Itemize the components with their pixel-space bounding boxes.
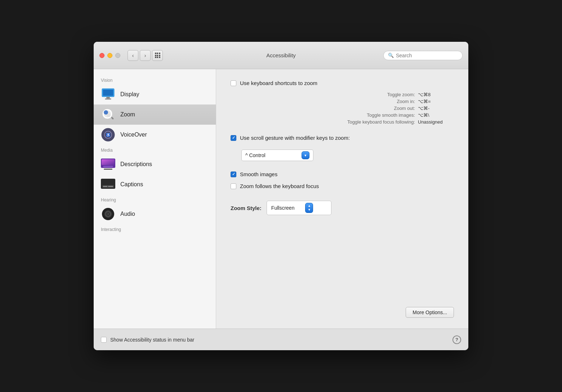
window-title: Accessibility [266, 52, 296, 58]
descriptions-icon [101, 157, 115, 172]
minimize-button[interactable] [107, 53, 112, 58]
zoom-in-label: Zoom in: [397, 99, 415, 104]
detail-panel: Use keyboard shortcuts to zoom Toggle zo… [216, 69, 468, 329]
svg-rect-2 [106, 97, 110, 99]
sidebar: Vision Display [94, 69, 216, 329]
sidebar-item-captions[interactable]: Captions [94, 174, 216, 195]
zoom-out-value: ⌥⌘- [418, 106, 447, 111]
svg-rect-20 [108, 186, 113, 187]
voiceover-svg: ♿ [101, 128, 115, 142]
smooth-images-checkbox[interactable] [231, 172, 236, 177]
zoom-svg [101, 107, 115, 122]
captions-svg [101, 179, 115, 190]
sidebar-item-display[interactable]: Display [94, 84, 216, 104]
scroll-gesture-checkbox[interactable] [231, 135, 236, 141]
forward-button[interactable]: › [140, 50, 151, 61]
titlebar: ‹ › Accessibility 🔍 [94, 42, 468, 69]
close-button[interactable] [99, 53, 104, 58]
keyboard-shortcuts-label: Use keyboard shortcuts to zoom [240, 80, 317, 86]
traffic-lights [99, 53, 120, 58]
svg-rect-19 [103, 186, 107, 187]
toggle-zoom-row: Toggle zoom: ⌥⌘8 [241, 92, 454, 97]
svg-point-6 [104, 110, 108, 115]
toggle-zoom-label: Toggle zoom: [387, 92, 415, 97]
sidebar-item-descriptions[interactable]: Descriptions [94, 154, 216, 174]
sidebar-item-voiceover[interactable]: ♿ VoiceOver [94, 125, 216, 145]
audio-icon [101, 207, 115, 221]
stepper-up-icon: ▲ [308, 204, 311, 208]
svg-point-7 [107, 113, 111, 117]
hearing-section-label: Hearing [94, 195, 216, 204]
svg-rect-15 [103, 166, 113, 167]
accessibility-status-checkbox[interactable] [101, 337, 107, 343]
dropdown-arrow[interactable]: ▾ [302, 151, 309, 159]
sidebar-voiceover-label: VoiceOver [120, 132, 147, 138]
zoom-out-row: Zoom out: ⌥⌘- [241, 106, 454, 111]
modifier-key-dropdown[interactable]: ^ Control ▾ [241, 150, 313, 161]
sidebar-item-zoom[interactable]: Zoom [94, 104, 216, 125]
stepper-down-icon: ▼ [308, 208, 311, 211]
main-content: Vision Display [94, 69, 468, 329]
audio-svg [102, 208, 115, 220]
zoom-follows-checkbox[interactable] [231, 183, 236, 189]
smooth-images-label: Smooth images [240, 171, 277, 177]
voiceover-icon: ♿ [101, 128, 115, 142]
sidebar-zoom-label: Zoom [120, 111, 135, 118]
interacting-section-label: Interacting [94, 224, 216, 233]
svg-rect-1 [103, 90, 113, 96]
modifier-key-row: ^ Control ▾ [241, 150, 454, 161]
toggle-smooth-value: ⌥⌘\ [418, 112, 447, 118]
toggle-focus-value: Unassigned [418, 119, 447, 125]
modifier-key-value: ^ Control [245, 152, 266, 158]
svg-rect-16 [104, 169, 112, 170]
zoom-style-stepper[interactable]: ▲ ▼ [305, 203, 313, 213]
display-svg [101, 88, 115, 101]
toggle-smooth-label: Toggle smooth images: [367, 112, 415, 118]
more-options-button[interactable]: More Options... [406, 307, 454, 318]
sidebar-audio-label: Audio [120, 211, 135, 217]
toggle-focus-row: Toggle keyboard focus following: Unassig… [241, 119, 454, 125]
zoom-in-row: Zoom in: ⌥⌘= [241, 99, 454, 104]
back-button[interactable]: ‹ [128, 50, 138, 61]
zoom-style-label: Zoom Style: [231, 205, 262, 211]
zoom-icon [101, 107, 115, 122]
sidebar-item-audio[interactable]: Audio [94, 204, 216, 224]
svg-rect-3 [105, 98, 111, 99]
keyboard-shortcuts-checkbox[interactable] [231, 80, 236, 86]
smooth-images-row: Smooth images [231, 171, 454, 177]
grid-icon [155, 53, 160, 58]
zoom-follows-row: Zoom follows the keyboard focus [231, 183, 454, 189]
search-bar[interactable]: 🔍 [383, 51, 463, 60]
maximize-button[interactable] [115, 53, 120, 58]
svg-point-24 [107, 213, 109, 215]
zoom-style-value: Fullscreen [271, 205, 295, 211]
keyboard-shortcuts-row: Use keyboard shortcuts to zoom [231, 80, 454, 86]
scroll-gesture-row: Use scroll gesture with modifier keys to… [231, 135, 454, 141]
scroll-gesture-label: Use scroll gesture with modifier keys to… [240, 135, 350, 141]
svg-text:♿: ♿ [106, 133, 111, 137]
dropdown-chevron-icon: ▾ [304, 153, 307, 158]
more-options-row: More Options... [231, 293, 454, 318]
zoom-style-row: Zoom Style: Fullscreen ▲ ▼ [231, 201, 454, 215]
toggle-smooth-row: Toggle smooth images: ⌥⌘\ [241, 112, 454, 118]
bottom-bar: Show Accessibility status in menu bar ? [94, 329, 468, 350]
captions-icon [101, 177, 115, 192]
zoom-in-value: ⌥⌘= [418, 99, 447, 104]
main-window: ‹ › Accessibility 🔍 Vision [94, 42, 468, 350]
media-section-label: Media [94, 145, 216, 154]
nav-buttons: ‹ › [128, 50, 151, 61]
search-input[interactable] [396, 53, 458, 58]
toggle-zoom-value: ⌥⌘8 [418, 92, 447, 97]
svg-rect-14 [102, 159, 115, 165]
accessibility-status-label: Show Accessibility status in menu bar [110, 337, 194, 343]
sidebar-descriptions-label: Descriptions [120, 161, 152, 168]
descriptions-svg [101, 159, 115, 170]
search-icon: 🔍 [388, 53, 394, 58]
grid-button[interactable] [152, 50, 163, 61]
zoom-out-label: Zoom out: [394, 106, 415, 111]
zoom-follows-label: Zoom follows the keyboard focus [240, 183, 319, 189]
shortcut-section: Toggle zoom: ⌥⌘8 Zoom in: ⌥⌘= Zoom out: … [241, 92, 454, 125]
help-button[interactable]: ? [452, 335, 461, 344]
display-icon [101, 87, 115, 102]
zoom-style-dropdown[interactable]: Fullscreen ▲ ▼ [267, 201, 331, 215]
